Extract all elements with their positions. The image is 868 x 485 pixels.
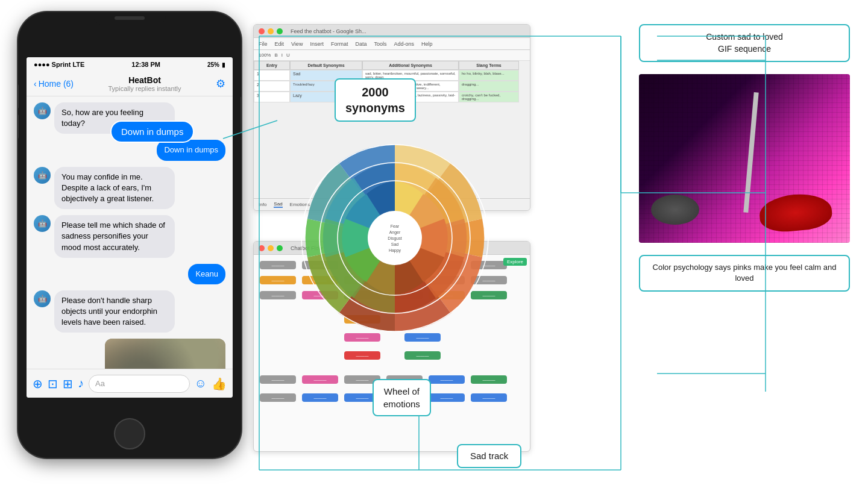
phone-speaker <box>115 16 145 20</box>
close-dot[interactable] <box>259 28 265 34</box>
contact-name: HeatBot <box>74 75 216 85</box>
status-bar: ●●●● Sprint LTE 12:38 PM 25% ▮ <box>27 57 233 72</box>
menu-file[interactable]: File <box>259 41 268 47</box>
home-button[interactable] <box>114 418 145 449</box>
synonyms-line2: synonyms <box>345 101 405 114</box>
toolbar-underline[interactable]: U <box>286 52 290 58</box>
menu-edit[interactable]: Edit <box>275 41 285 47</box>
input-placeholder: Aa <box>95 379 105 388</box>
bot-avatar: 🤖 <box>34 102 51 119</box>
flow-node-bot6: ——— <box>471 375 507 384</box>
mic-icon[interactable]: ♪ <box>78 377 84 390</box>
wheel-line2: emotions <box>383 399 420 409</box>
tab-sad[interactable]: Sad <box>274 201 282 208</box>
row1-entry: 1 <box>254 70 290 81</box>
battery-area: 25% ▮ <box>207 61 225 68</box>
back-button[interactable]: ‹ Home (6) <box>34 79 74 89</box>
contact-info: HeatBot Typically replies instantly <box>74 75 216 92</box>
flow-node-center5: ——— <box>404 351 441 360</box>
col-entry: Entry <box>254 61 290 70</box>
battery-label: 25% <box>207 61 219 68</box>
spreadsheet-title: Feed the chatbot - Google Sh... <box>291 28 366 34</box>
spreadsheet-tab-bar: File Edit View Insert Format Data Tools … <box>254 38 530 50</box>
bubble-received-3: Please tell me which shade of sadness pe… <box>54 215 175 258</box>
flow-minimize[interactable] <box>268 245 274 251</box>
bubble-received-2: You may confide in me. Despite a lack of… <box>54 167 175 210</box>
back-label[interactable]: Home (6) <box>39 79 74 89</box>
message-input[interactable]: Aa <box>89 375 190 393</box>
toolbar-italic[interactable]: I <box>281 52 283 58</box>
chat-message-5: Keanu <box>34 264 225 284</box>
sadtrack-text: Sad track <box>470 451 508 461</box>
row3-entry: 3 <box>254 92 290 102</box>
volume-down-button <box>18 114 19 139</box>
photo-icon[interactable]: ⊞ <box>63 377 73 391</box>
svg-text:Anger: Anger <box>389 230 401 235</box>
flow-close[interactable] <box>259 245 265 251</box>
phone-body: ●●●● Sprint LTE 12:38 PM 25% ▮ ‹ Home (6… <box>18 12 241 458</box>
wheel-emotions-callout: Wheel of emotions <box>373 379 431 416</box>
explore-button[interactable]: Explore <box>503 258 527 266</box>
bubble-sent-dumps: Down in dumps <box>157 140 225 160</box>
menu-format[interactable]: Format <box>331 41 348 47</box>
back-chevron: ‹ <box>34 79 37 89</box>
phone-notch <box>93 12 166 25</box>
chat-image-crab <box>105 339 225 371</box>
menu-insert[interactable]: Insert <box>310 41 324 47</box>
flow-node-bot7: ——— <box>260 393 296 402</box>
spreadsheet-toolbar: 100% B I U <box>254 50 530 61</box>
flow-maximize[interactable] <box>277 245 283 251</box>
settings-icon[interactable]: ⚙ <box>216 77 225 90</box>
messenger-header: ‹ Home (6) HeatBot Typically replies ins… <box>27 72 233 96</box>
right-panel: Custom sad to loved GIF sequence Color p… <box>639 24 850 292</box>
tab-info[interactable]: Info <box>259 202 266 207</box>
carrier-label: Sprint LTE <box>52 61 85 68</box>
synonyms-line1: 2000 <box>362 86 389 99</box>
chat-message-7: ⬆ <box>34 339 225 371</box>
bot-avatar-2: 🤖 <box>34 167 51 184</box>
maximize-dot[interactable] <box>277 28 283 34</box>
down-in-dumps-callout: Down in dumps <box>110 120 194 143</box>
plus-icon[interactable]: ⊕ <box>33 377 43 391</box>
flow-node-bot5: ——— <box>429 375 465 384</box>
bubble-received-4: Please don't handle sharp objects until … <box>54 290 175 333</box>
svg-text:Disgust: Disgust <box>388 236 401 241</box>
toolbar-zoom[interactable]: 100% <box>259 52 271 58</box>
color-psychology-callout: Color psychology says pinks make you fee… <box>639 255 850 291</box>
bot-avatar-3: 🤖 <box>34 215 51 232</box>
svg-text:Fear: Fear <box>391 224 400 228</box>
spreadsheet-titlebar: Feed the chatbot - Google Sh... <box>254 25 530 38</box>
chat-input-bar[interactable]: ⊕ ⊡ ⊞ ♪ Aa ☺ 👍 <box>27 369 233 398</box>
row3-slang: crotchy, can't be fucked, dragging... <box>459 92 519 102</box>
chat-message-3: 🤖 You may confide in me. Despite a lack … <box>34 167 225 210</box>
wheel-line1: Wheel of <box>384 386 420 396</box>
phone-container: ●●●● Sprint LTE 12:38 PM 25% ▮ ‹ Home (6… <box>18 12 241 470</box>
chat-image-content <box>105 339 225 371</box>
flow-node-bot8: ——— <box>302 393 338 402</box>
menu-help[interactable]: Help <box>421 41 433 47</box>
bubble-sent-name: Keanu <box>188 264 225 284</box>
toolbar-bold[interactable]: B <box>274 52 277 58</box>
flow-node-center3: ——— <box>344 351 380 360</box>
camera-icon[interactable]: ⊡ <box>48 377 58 391</box>
col-default: Default Synonyms <box>290 61 362 70</box>
minimize-dot[interactable] <box>268 28 274 34</box>
red-pillow <box>758 192 834 234</box>
menu-data[interactable]: Data <box>355 41 366 47</box>
menu-view[interactable]: View <box>291 41 303 47</box>
flow-node-bot11: ——— <box>429 393 465 402</box>
wheel-container: Fear Anger Disgust Sad Happy <box>289 133 500 343</box>
thumbsup-icon[interactable]: 👍 <box>212 377 227 391</box>
col-slang: Slang Terms <box>459 61 519 70</box>
time-display: 12:38 PM <box>131 61 160 68</box>
menu-tools[interactable]: Tools <box>374 41 386 47</box>
gif-sequence-callout: Custom sad to loved GIF sequence <box>639 24 850 62</box>
gray-pillow <box>651 195 699 225</box>
menu-addons[interactable]: Add-ons <box>394 41 414 47</box>
signal-indicators: ●●●● Sprint LTE <box>34 61 84 68</box>
svg-text:Happy: Happy <box>389 248 401 253</box>
flow-node-bot2: ——— <box>302 375 338 384</box>
led-room-display <box>639 74 850 243</box>
emoji-icon[interactable]: ☺ <box>195 377 207 390</box>
row2-slang: dragging... <box>459 81 519 92</box>
